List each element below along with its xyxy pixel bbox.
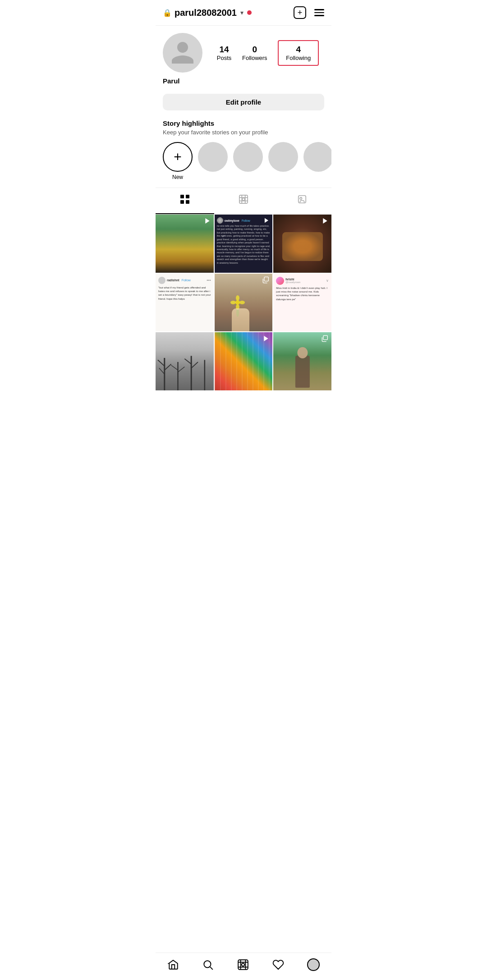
svg-line-28 xyxy=(178,367,184,372)
grid-cell-3[interactable] xyxy=(273,215,331,273)
svg-point-16 xyxy=(235,300,240,305)
new-highlight-label: New xyxy=(172,174,183,180)
profile-top: 14 Posts 0 Followers 4 Following xyxy=(163,33,324,73)
svg-marker-14 xyxy=(323,218,327,224)
lock-icon: 🔒 xyxy=(163,9,172,17)
svg-marker-13 xyxy=(265,218,268,223)
avatar-container xyxy=(163,33,202,73)
post6-handle: @ruudyroon xyxy=(285,281,300,284)
svg-marker-12 xyxy=(205,218,209,224)
svg-line-23 xyxy=(158,360,165,366)
svg-point-17 xyxy=(236,295,239,301)
grid-cell-7[interactable] xyxy=(156,332,214,390)
add-post-icon[interactable]: + xyxy=(294,6,306,19)
post4-dots: ••• xyxy=(207,278,211,283)
grid-tab-icon xyxy=(180,194,190,207)
highlight-2[interactable] xyxy=(233,142,263,172)
post4-username: radishnt xyxy=(167,279,179,282)
svg-point-20 xyxy=(230,301,236,304)
grid-cell-2[interactable]: owlmylove Follow no one tells you how mu… xyxy=(215,215,273,273)
story-highlights: Story highlights Keep your favorite stor… xyxy=(156,116,331,188)
highlight-new[interactable]: + New xyxy=(163,142,193,180)
post4-follow: Follow xyxy=(182,279,191,282)
grid-cell-1[interactable] xyxy=(156,215,214,273)
highlight-4[interactable] xyxy=(303,142,331,172)
svg-line-25 xyxy=(159,368,165,374)
grid-cell-5[interactable] xyxy=(215,274,273,332)
svg-point-11 xyxy=(300,197,302,200)
buttons-area: Edit profile xyxy=(156,88,331,116)
svg-line-24 xyxy=(165,364,171,370)
svg-marker-33 xyxy=(264,336,268,341)
tagged-tab-icon xyxy=(297,194,307,207)
highlight-3[interactable] xyxy=(268,142,298,172)
stats-container: 14 Posts 0 Followers 4 Following xyxy=(211,40,324,66)
followers-stat[interactable]: 0 Followers xyxy=(242,45,267,61)
highlight-circle-4 xyxy=(303,142,331,172)
highlight-1[interactable] xyxy=(198,142,228,172)
profile-section: 14 Posts 0 Followers 4 Following Parul xyxy=(156,26,331,88)
svg-rect-4 xyxy=(239,195,248,203)
svg-rect-1 xyxy=(186,195,189,198)
grid-cell-9[interactable] xyxy=(273,332,331,390)
post4-text: "but what if my friend gets offended and… xyxy=(158,286,211,301)
highlights-title: Story highlights xyxy=(163,119,324,127)
highlights-list: + New xyxy=(163,142,324,180)
reels-tab-icon xyxy=(239,194,248,207)
post6-text: Miss Holi in India & I didn't even play … xyxy=(276,286,329,302)
following-label: Following xyxy=(286,55,311,61)
tab-bar xyxy=(156,188,331,215)
followers-count: 0 xyxy=(252,45,257,55)
chevron-down-icon[interactable]: ▾ xyxy=(240,9,244,16)
grid-cell-8[interactable] xyxy=(215,332,273,390)
reel-overlay-2 xyxy=(263,217,270,225)
header-right: + xyxy=(294,6,324,19)
edit-profile-button[interactable]: Edit profile xyxy=(163,94,324,110)
posts-count: 14 xyxy=(220,45,229,55)
trees-svg xyxy=(156,350,214,390)
header: 🔒 parul28082001 ▾ + xyxy=(156,0,331,26)
new-highlight-circle[interactable]: + xyxy=(163,142,193,172)
tab-reels[interactable] xyxy=(214,188,273,214)
post6-chevron: ∨ xyxy=(326,279,329,283)
svg-rect-0 xyxy=(180,195,184,198)
menu-line-3 xyxy=(314,15,324,16)
post2-follow: Follow xyxy=(242,219,250,222)
post2-text: no one tells you how much of life takes … xyxy=(217,224,271,270)
posts-stat[interactable]: 14 Posts xyxy=(217,45,232,61)
multi-overlay-5 xyxy=(262,276,270,285)
plus-icon: + xyxy=(174,150,182,164)
header-left: 🔒 parul28082001 ▾ xyxy=(163,8,252,18)
tab-tagged[interactable] xyxy=(273,188,331,214)
svg-rect-10 xyxy=(299,196,306,203)
grid-cell-4[interactable]: radishnt Follow ••• "but what if my frie… xyxy=(156,274,214,332)
svg-point-5 xyxy=(242,198,245,201)
tab-grid[interactable] xyxy=(156,188,214,214)
svg-point-18 xyxy=(239,301,245,304)
svg-rect-21 xyxy=(264,277,268,281)
avatar-placeholder-icon xyxy=(169,39,196,66)
svg-line-31 xyxy=(191,362,198,368)
post2-username: owlmylove xyxy=(225,219,239,222)
highlight-circle-1 xyxy=(198,142,228,172)
menu-icon[interactable] xyxy=(314,9,324,16)
reel-overlay-1 xyxy=(204,217,211,226)
posts-grid: owlmylove Follow no one tells you how mu… xyxy=(156,215,331,390)
reel-overlay-8 xyxy=(262,335,270,344)
grid-cell-6[interactable]: hrishi @ruudyroon ∨ Miss Holi in India &… xyxy=(273,274,331,332)
following-count: 4 xyxy=(296,45,301,55)
profile-name: Parul xyxy=(163,77,324,85)
menu-line-2 xyxy=(314,12,324,14)
menu-line-1 xyxy=(314,9,324,10)
svg-rect-34 xyxy=(323,336,327,340)
notification-dot xyxy=(247,10,252,15)
multi-overlay-9 xyxy=(322,335,329,344)
following-stat[interactable]: 4 Following xyxy=(278,40,319,66)
avatar[interactable] xyxy=(163,33,202,73)
followers-label: Followers xyxy=(242,55,267,61)
highlight-circle-2 xyxy=(233,142,263,172)
svg-line-27 xyxy=(171,365,178,370)
posts-label: Posts xyxy=(217,55,232,61)
username[interactable]: parul28082001 xyxy=(175,8,237,18)
svg-rect-2 xyxy=(180,200,184,204)
